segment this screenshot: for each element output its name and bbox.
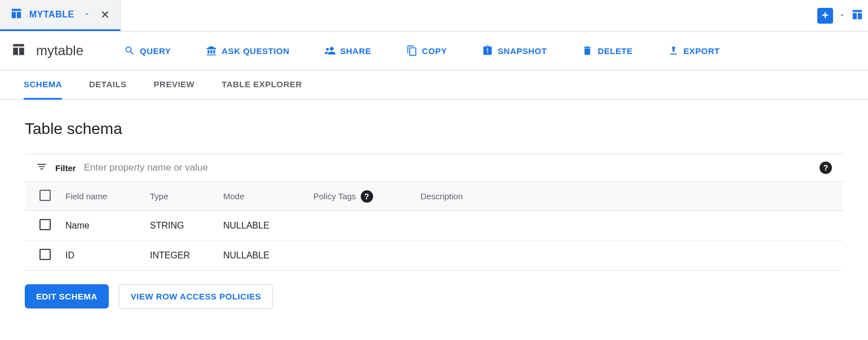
- row-checkbox[interactable]: [39, 249, 51, 260]
- share-label: SHARE: [340, 46, 371, 56]
- copy-button[interactable]: COPY: [398, 42, 455, 60]
- edit-schema-button[interactable]: EDIT SCHEMA: [25, 284, 109, 308]
- tab-details[interactable]: DETAILS: [89, 70, 127, 99]
- filter-icon: [36, 161, 47, 175]
- snapshot-label: SNAPSHOT: [498, 46, 547, 56]
- document-tab-label: MYTABLE: [29, 10, 74, 20]
- button-row: EDIT SCHEMA VIEW ROW ACCESS POLICIES: [25, 284, 843, 308]
- snapshot-icon: [482, 45, 493, 56]
- table-icon: [11, 42, 26, 59]
- mode-cell: NULLABLE: [216, 241, 307, 271]
- temple-icon: [206, 45, 217, 56]
- table-icon[interactable]: [851, 8, 863, 23]
- title-row: mytable QUERY ASK QUESTION SHARE COPY SN…: [0, 32, 868, 70]
- tab-table-explorer[interactable]: TABLE EXPLORER: [222, 70, 302, 99]
- search-icon: [124, 45, 135, 56]
- chevron-down-icon[interactable]: [839, 11, 845, 21]
- add-button[interactable]: +: [817, 8, 833, 24]
- description-header: Description: [414, 182, 843, 211]
- tab-strip: MYTABLE ✕: [0, 0, 121, 31]
- description-cell: [414, 241, 843, 271]
- delete-button[interactable]: DELETE: [574, 42, 640, 60]
- help-icon[interactable]: ?: [820, 162, 832, 174]
- filter-row: Filter ?: [25, 154, 843, 182]
- export-button[interactable]: EXPORT: [660, 42, 728, 60]
- type-cell: STRING: [143, 211, 216, 241]
- trash-icon: [582, 45, 593, 56]
- subtabs: SCHEMA DETAILS PREVIEW TABLE EXPLORER: [0, 70, 868, 100]
- actions-group: QUERY ASK QUESTION SHARE COPY SNAPSHOT D…: [116, 42, 728, 60]
- close-icon[interactable]: ✕: [100, 8, 110, 21]
- table-header-row: Field name Type Mode Policy Tags ? Descr…: [25, 182, 843, 211]
- policy-tags-header: Policy Tags ?: [307, 182, 414, 211]
- field-name-header: Field name: [59, 182, 143, 211]
- query-label: QUERY: [140, 46, 171, 56]
- select-all-header[interactable]: [25, 182, 59, 211]
- table-icon: [10, 7, 23, 22]
- content: Table schema Filter ? Field name Type Mo…: [0, 100, 868, 329]
- schema-table: Field name Type Mode Policy Tags ? Descr…: [25, 182, 843, 271]
- type-header: Type: [143, 182, 216, 211]
- filter-label: Filter: [55, 163, 76, 173]
- table-row: ID INTEGER NULLABLE: [25, 241, 843, 271]
- field-name-cell: ID: [59, 241, 143, 271]
- export-icon: [668, 45, 679, 56]
- section-title: Table schema: [25, 120, 843, 138]
- policy-cell: [307, 211, 414, 241]
- policy-cell: [307, 241, 414, 271]
- document-tab[interactable]: MYTABLE ✕: [0, 0, 121, 31]
- field-name-cell: Name: [59, 211, 143, 241]
- export-label: EXPORT: [684, 46, 720, 56]
- ask-question-button[interactable]: ASK QUESTION: [198, 42, 297, 60]
- description-cell: [414, 211, 843, 241]
- row-checkbox[interactable]: [39, 219, 51, 230]
- checkbox-icon[interactable]: [39, 190, 51, 201]
- help-icon[interactable]: ?: [361, 190, 373, 203]
- chevron-down-icon[interactable]: [83, 10, 90, 20]
- policy-tags-label: Policy Tags: [313, 191, 356, 201]
- type-cell: INTEGER: [143, 241, 216, 271]
- tab-schema[interactable]: SCHEMA: [24, 70, 62, 100]
- share-button[interactable]: SHARE: [317, 42, 379, 60]
- share-icon: [325, 45, 336, 56]
- page-title: mytable: [36, 43, 83, 59]
- table-row: Name STRING NULLABLE: [25, 211, 843, 241]
- ask-label: ASK QUESTION: [222, 46, 289, 56]
- filter-input[interactable]: [84, 160, 812, 176]
- snapshot-button[interactable]: SNAPSHOT: [474, 42, 555, 60]
- delete-label: DELETE: [597, 46, 632, 56]
- tab-preview[interactable]: PREVIEW: [154, 70, 195, 99]
- topbar-right: +: [817, 8, 863, 24]
- copy-icon: [406, 45, 418, 56]
- copy-label: COPY: [422, 46, 448, 56]
- view-row-access-policies-button[interactable]: VIEW ROW ACCESS POLICIES: [119, 284, 273, 308]
- mode-cell: NULLABLE: [216, 211, 307, 241]
- query-button[interactable]: QUERY: [116, 42, 179, 60]
- top-bar: MYTABLE ✕ +: [0, 0, 868, 32]
- mode-header: Mode: [216, 182, 307, 211]
